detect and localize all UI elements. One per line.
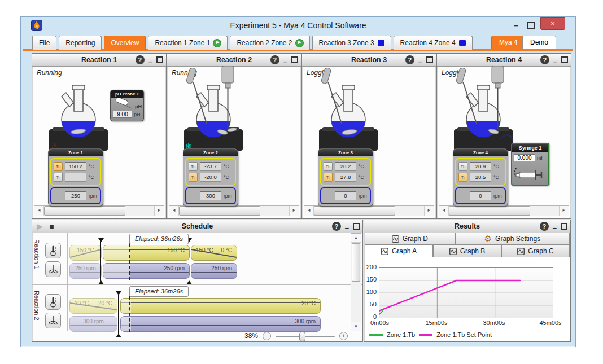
tab-reporting[interactable]: Reporting <box>59 36 102 50</box>
scroll-right-icon[interactable]: ► <box>424 206 434 216</box>
tab-reaction-3-zone-3[interactable]: Reaction 3 Zone 3 <box>312 36 391 50</box>
ph-unit-label: pH <box>135 104 142 109</box>
minimize-icon[interactable]: – <box>283 60 287 63</box>
play-button[interactable]: ▶ <box>37 222 43 231</box>
slider-thumb[interactable] <box>299 332 305 341</box>
scrollbar-thumb[interactable] <box>352 243 360 282</box>
horizontal-scrollbar[interactable]: ◄► <box>34 205 164 216</box>
help-icon[interactable]: ? <box>270 55 279 64</box>
minimize-icon[interactable]: – <box>148 60 152 63</box>
help-icon[interactable]: ? <box>540 222 549 231</box>
horizontal-scrollbar[interactable]: ◄► <box>439 205 569 216</box>
horizontal-scrollbar[interactable]: ◄► <box>169 205 299 216</box>
tab-reaction-2-zone-2[interactable]: Reaction 2 Zone 2 <box>230 36 309 50</box>
maximize-icon[interactable] <box>156 56 163 63</box>
stirrer-button[interactable] <box>45 313 61 328</box>
zoom-slider[interactable] <box>276 332 335 340</box>
scrollbar-thumb[interactable] <box>179 206 260 216</box>
scroll-left-icon[interactable]: ◄ <box>439 206 449 216</box>
tb-button[interactable]: Tb <box>324 162 333 171</box>
minimize-icon[interactable]: – <box>553 60 557 63</box>
window-maximize-button[interactable] <box>527 22 535 29</box>
horizontal-scrollbar[interactable]: ◄► <box>304 205 434 216</box>
scroll-left-icon[interactable]: ◄ <box>304 206 314 216</box>
zone-2-widget[interactable]: Zone 2 Tb-23.7°C Tr-20.0°C 300rpm <box>183 148 238 207</box>
maximize-icon[interactable] <box>291 56 298 63</box>
segment-boundary-marker[interactable] <box>189 242 189 281</box>
vertical-scrollbar[interactable]: ▲ ▼ <box>351 233 361 331</box>
stop-button[interactable]: ■ <box>50 222 54 231</box>
scroll-down-icon[interactable]: ▼ <box>351 322 361 331</box>
segment-boundary-marker[interactable] <box>118 295 119 334</box>
minimize-icon[interactable]: – <box>345 226 349 230</box>
stirrer-button[interactable] <box>45 261 61 277</box>
window-minimize-button[interactable]: – <box>510 20 522 30</box>
tr-button[interactable]: Tr <box>189 173 198 182</box>
temp-segment[interactable]: 20 °C -20 °C <box>69 298 117 314</box>
tb-button[interactable]: Tb <box>54 162 63 171</box>
scroll-left-icon[interactable]: ◄ <box>169 206 179 216</box>
zoom-in-button[interactable]: + <box>339 332 348 340</box>
schedule-track: 150 °C 150 °C 150 °C 0 °C 250 rpm <box>68 234 350 284</box>
speed-segment[interactable]: 300 rpm <box>120 316 321 332</box>
maximize-icon[interactable] <box>561 223 567 230</box>
scrollbar-thumb[interactable] <box>449 206 530 216</box>
zone-4-widget[interactable]: Zone 4 Tb28.9°C Tr28.5°C 0rpm <box>453 148 508 207</box>
thermometer-button[interactable] <box>45 243 61 258</box>
scroll-left-icon[interactable]: ◄ <box>34 206 44 216</box>
ph-probe-widget[interactable]: pH Probe 1 pH 9.00pH <box>110 90 144 121</box>
temp-segment[interactable]: 150 °C <box>69 245 102 261</box>
tab-graph-a[interactable]: Graph A <box>365 245 433 257</box>
speed-segment[interactable]: 300 rpm <box>69 316 117 332</box>
overhead-stirrer <box>492 66 504 83</box>
scrollbar-thumb[interactable] <box>314 206 395 216</box>
tab-reaction-4-zone-4[interactable]: Reaction 4 Zone 4 <box>394 36 473 50</box>
graph-settings-button[interactable]: ⚙ Graph Settings <box>455 233 570 245</box>
tr-button[interactable]: Tr <box>324 173 333 182</box>
x-tick-label: 15m00s <box>425 319 447 326</box>
tr-button[interactable]: Tr <box>54 173 63 182</box>
tr-button[interactable]: Tr <box>458 173 467 182</box>
maximize-icon[interactable] <box>561 56 568 63</box>
help-icon[interactable]: ? <box>540 55 549 64</box>
minimize-icon[interactable]: – <box>418 60 422 63</box>
temp-segment[interactable]: 150 °C <box>103 245 190 261</box>
device-mya4-button[interactable]: Mya 4 <box>491 36 526 50</box>
help-icon[interactable]: ? <box>405 55 414 64</box>
temp-unit: °C <box>359 174 368 180</box>
tb-button[interactable]: Tb <box>189 162 198 171</box>
graph-d-button[interactable]: Graph D <box>365 233 455 245</box>
demo-mode-button[interactable]: Demo <box>522 36 556 50</box>
tab-reaction-1-zone-1[interactable]: Reaction 1 Zone 1 <box>148 36 228 50</box>
zoom-out-button[interactable]: − <box>263 332 271 340</box>
maximize-icon[interactable] <box>353 223 360 230</box>
tab-graph-b[interactable]: Graph B <box>433 245 501 257</box>
speed-segment[interactable]: 250 rpm <box>103 263 190 279</box>
temp-segment[interactable]: -20 °C <box>120 298 321 314</box>
segment-label: 250 rpm <box>211 265 232 271</box>
tb-button[interactable]: Tb <box>458 162 467 171</box>
zone-1-widget[interactable]: Zone 1 Tb150.2°C Tr°C 250rpm <box>48 148 103 207</box>
graph-buttons-row: Graph D ⚙ Graph Settings <box>365 233 570 245</box>
window-close-button[interactable]: × <box>540 17 565 30</box>
syringe-widget[interactable]: Syringe 1 0.000ml <box>511 143 549 186</box>
stir-speed-box: 250rpm <box>50 187 101 204</box>
minimize-icon[interactable]: – <box>553 226 557 230</box>
scroll-right-icon[interactable]: ► <box>154 206 164 216</box>
segment-boundary-marker[interactable] <box>100 242 101 281</box>
speed-segment[interactable]: 250 rpm <box>69 263 102 279</box>
maximize-icon[interactable] <box>426 56 433 63</box>
tab-overview[interactable]: Overview <box>104 36 146 50</box>
help-icon[interactable]: ? <box>136 55 145 64</box>
scroll-right-icon[interactable]: ► <box>289 206 299 216</box>
scrollbar-thumb[interactable] <box>44 206 125 216</box>
speed-segment[interactable]: 250 rpm <box>191 263 237 279</box>
tab-file[interactable]: File <box>32 36 56 50</box>
scroll-right-icon[interactable]: ► <box>559 206 569 216</box>
scroll-up-icon[interactable]: ▲ <box>351 234 361 243</box>
help-icon[interactable]: ? <box>332 222 341 231</box>
zone-3-widget[interactable]: Zone 3 Tb28.2°C Tr27.8°C 0rpm <box>318 148 373 207</box>
tab-graph-c[interactable]: Graph C <box>501 245 570 257</box>
temp-segment[interactable]: 150 °C 0 °C <box>191 245 237 261</box>
thermometer-button[interactable] <box>45 294 61 310</box>
